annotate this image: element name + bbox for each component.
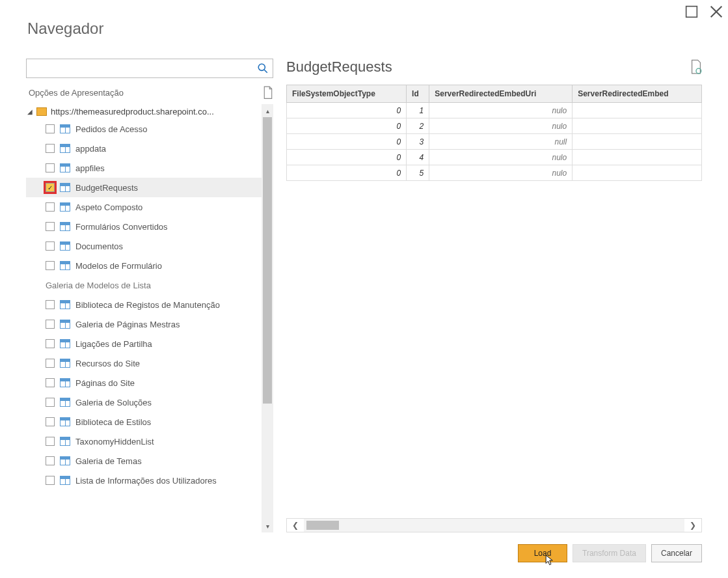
tree-item-checkbox[interactable]	[46, 320, 55, 329]
table-row[interactable]: 04nulo	[287, 150, 702, 165]
table-icon	[60, 144, 70, 153]
hscroll-thumb[interactable]	[306, 521, 339, 530]
display-options-label[interactable]: Opções de Apresentação	[29, 88, 124, 98]
horizontal-scrollbar[interactable]: ❮ ❯	[286, 518, 702, 532]
tree-item-checkbox[interactable]	[46, 437, 55, 446]
tree-item-label: Lista de Informações dos Utilizadores	[75, 476, 259, 486]
search-input[interactable]	[31, 64, 257, 74]
tree-item-label: appfiles	[75, 163, 259, 173]
tree-item[interactable]: ✓BudgetRequests	[26, 178, 262, 197]
tree-item[interactable]: Galeria de Modelos de Lista	[26, 275, 262, 295]
tree-item[interactable]: Pedidos de Acesso	[26, 119, 262, 139]
tree-item-label: Galeria de Páginas Mestras	[75, 320, 259, 329]
tree-item-checkbox[interactable]	[46, 144, 55, 153]
load-button[interactable]: Load	[518, 544, 567, 562]
tree-item-checkbox[interactable]	[46, 163, 55, 172]
preview-title: BudgetRequests	[286, 59, 392, 76]
tree-item-checkbox[interactable]	[46, 398, 55, 407]
table-icon	[60, 456, 70, 465]
tree-item[interactable]: Galeria de Temas	[26, 451, 262, 471]
cancel-button[interactable]: Cancelar	[651, 544, 702, 562]
tree-item[interactable]: Modelos de Formulário	[26, 256, 262, 275]
tree-root[interactable]: ◢ https://themeasuredproduct.sharepoint.…	[26, 104, 262, 119]
table-icon	[60, 202, 70, 212]
tree-item[interactable]: Lista de Informações dos Utilizadores	[26, 471, 262, 490]
cell	[573, 134, 702, 150]
search-icon[interactable]	[257, 62, 269, 74]
table-row[interactable]: 05nulo	[287, 165, 702, 181]
tree-item-checkbox[interactable]	[46, 202, 55, 212]
cell: 3	[407, 134, 429, 150]
tree-item-checkbox[interactable]	[46, 339, 55, 348]
cell: 0	[287, 118, 407, 134]
tree-item[interactable]: TaxonomyHiddenList	[26, 432, 262, 451]
display-options-icon[interactable]	[263, 86, 273, 99]
tree-item[interactable]: Aspeto Composto	[26, 197, 262, 217]
tree-item-checkbox[interactable]	[46, 124, 55, 133]
tree-item[interactable]: Ligações de Partilha	[26, 334, 262, 353]
collapse-icon[interactable]: ◢	[27, 108, 33, 115]
tree-item[interactable]: Biblioteca de Estilos	[26, 412, 262, 432]
column-header[interactable]: FileSystemObjectType	[287, 85, 407, 103]
tree-item-label: Pedidos de Acesso	[75, 124, 259, 134]
cell: 0	[287, 150, 407, 165]
cell: null	[429, 134, 573, 150]
scroll-thumb[interactable]	[263, 117, 272, 404]
cell: 0	[287, 165, 407, 181]
search-box[interactable]	[26, 59, 273, 78]
svg-line-4	[264, 70, 267, 73]
tree-item-checkbox[interactable]	[46, 222, 55, 231]
tree-item[interactable]: appdata	[26, 139, 262, 158]
tree-item-label: Galeria de Modelos de Lista	[46, 281, 259, 290]
column-header[interactable]: ServerRedirectedEmbedUri	[429, 85, 573, 103]
close-button[interactable]	[710, 5, 723, 18]
tree-item-checkbox[interactable]	[46, 300, 55, 309]
hscroll-track[interactable]	[304, 519, 684, 532]
tree-item-checkbox[interactable]	[46, 359, 55, 368]
table-icon	[60, 437, 70, 446]
tree-item-label: TaxonomyHiddenList	[75, 437, 259, 447]
cell: 0	[287, 103, 407, 118]
tree-item-checkbox[interactable]	[46, 241, 55, 251]
tree-item-label: Páginas do Site	[75, 378, 259, 388]
cell	[573, 165, 702, 181]
scroll-track[interactable]	[262, 117, 273, 519]
tree-item[interactable]: Biblioteca de Registos de Manutenção	[26, 295, 262, 314]
column-header[interactable]: Id	[407, 85, 429, 103]
tree-item-checkbox[interactable]	[46, 417, 55, 426]
tree: ◢ https://themeasuredproduct.sharepoint.…	[26, 104, 262, 532]
maximize-button[interactable]	[685, 5, 698, 18]
scroll-down-icon[interactable]: ▾	[262, 519, 273, 532]
table-icon	[60, 241, 70, 251]
table-row[interactable]: 03null	[287, 134, 702, 150]
svg-point-3	[258, 64, 265, 70]
tree-item-label: Formulários Convertidos	[75, 222, 259, 232]
table-icon	[60, 417, 70, 426]
scroll-right-icon[interactable]: ❯	[684, 521, 701, 530]
cell	[573, 118, 702, 134]
column-header[interactable]: ServerRedirectedEmbed	[573, 85, 702, 103]
refresh-preview-icon[interactable]	[690, 61, 702, 74]
tree-item[interactable]: Páginas do Site	[26, 373, 262, 392]
scroll-up-icon[interactable]: ▴	[262, 104, 273, 117]
scroll-left-icon[interactable]: ❮	[287, 521, 304, 530]
tree-item[interactable]: Galeria de Páginas Mestras	[26, 314, 262, 334]
tree-item[interactable]: Formulários Convertidos	[26, 217, 262, 236]
tree-item-checkbox[interactable]	[46, 476, 55, 485]
tree-item-label: appdata	[75, 144, 259, 154]
tree-item[interactable]: appfiles	[26, 158, 262, 178]
folder-icon	[36, 107, 47, 116]
tree-item-checkbox[interactable]: ✓	[46, 183, 55, 192]
table-row[interactable]: 02nulo	[287, 118, 702, 134]
tree-item[interactable]: Galeria de Soluções	[26, 392, 262, 412]
table-icon	[60, 398, 70, 407]
tree-item[interactable]: Recursos do Site	[26, 353, 262, 373]
tree-item-label: Recursos do Site	[75, 359, 259, 368]
table-row[interactable]: 01nulo	[287, 103, 702, 118]
tree-item-checkbox[interactable]	[46, 456, 55, 465]
vertical-scrollbar[interactable]: ▴ ▾	[262, 104, 273, 532]
tree-item[interactable]: Documentos	[26, 236, 262, 256]
tree-item-checkbox[interactable]	[46, 378, 55, 387]
table-icon	[60, 124, 70, 133]
tree-item-checkbox[interactable]	[46, 261, 55, 270]
